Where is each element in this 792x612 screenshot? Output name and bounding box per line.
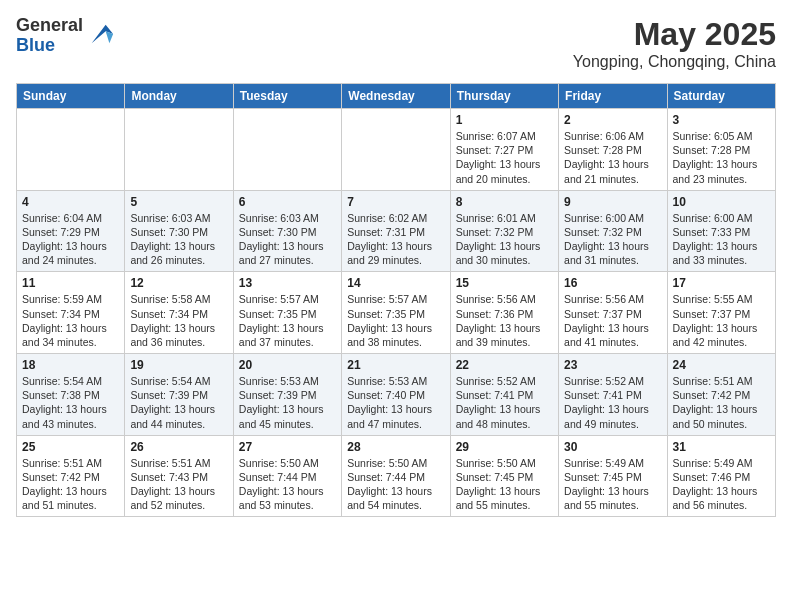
calendar-cell: 3Sunrise: 6:05 AM Sunset: 7:28 PM Daylig… <box>667 109 775 191</box>
day-info: Sunrise: 5:52 AM Sunset: 7:41 PM Dayligh… <box>564 374 661 431</box>
day-number: 28 <box>347 440 444 454</box>
header-thursday: Thursday <box>450 84 558 109</box>
calendar-cell: 9Sunrise: 6:00 AM Sunset: 7:32 PM Daylig… <box>559 190 667 272</box>
calendar-cell: 24Sunrise: 5:51 AM Sunset: 7:42 PM Dayli… <box>667 354 775 436</box>
calendar-cell <box>125 109 233 191</box>
day-info: Sunrise: 5:51 AM Sunset: 7:42 PM Dayligh… <box>673 374 770 431</box>
calendar-cell: 29Sunrise: 5:50 AM Sunset: 7:45 PM Dayli… <box>450 435 558 517</box>
logo-text: General Blue <box>16 16 83 56</box>
day-number: 30 <box>564 440 661 454</box>
calendar-cell: 8Sunrise: 6:01 AM Sunset: 7:32 PM Daylig… <box>450 190 558 272</box>
calendar-cell: 11Sunrise: 5:59 AM Sunset: 7:34 PM Dayli… <box>17 272 125 354</box>
day-info: Sunrise: 6:07 AM Sunset: 7:27 PM Dayligh… <box>456 129 553 186</box>
day-number: 19 <box>130 358 227 372</box>
calendar-cell: 5Sunrise: 6:03 AM Sunset: 7:30 PM Daylig… <box>125 190 233 272</box>
day-number: 5 <box>130 195 227 209</box>
calendar-cell <box>233 109 341 191</box>
calendar-cell: 22Sunrise: 5:52 AM Sunset: 7:41 PM Dayli… <box>450 354 558 436</box>
day-number: 18 <box>22 358 119 372</box>
day-info: Sunrise: 5:51 AM Sunset: 7:42 PM Dayligh… <box>22 456 119 513</box>
day-number: 8 <box>456 195 553 209</box>
header-tuesday: Tuesday <box>233 84 341 109</box>
calendar-cell: 15Sunrise: 5:56 AM Sunset: 7:36 PM Dayli… <box>450 272 558 354</box>
day-number: 16 <box>564 276 661 290</box>
day-number: 24 <box>673 358 770 372</box>
day-number: 29 <box>456 440 553 454</box>
day-number: 15 <box>456 276 553 290</box>
day-number: 10 <box>673 195 770 209</box>
day-number: 27 <box>239 440 336 454</box>
day-info: Sunrise: 6:05 AM Sunset: 7:28 PM Dayligh… <box>673 129 770 186</box>
day-info: Sunrise: 5:51 AM Sunset: 7:43 PM Dayligh… <box>130 456 227 513</box>
day-info: Sunrise: 5:50 AM Sunset: 7:44 PM Dayligh… <box>239 456 336 513</box>
calendar-cell: 2Sunrise: 6:06 AM Sunset: 7:28 PM Daylig… <box>559 109 667 191</box>
calendar-week-row: 25Sunrise: 5:51 AM Sunset: 7:42 PM Dayli… <box>17 435 776 517</box>
calendar-cell: 21Sunrise: 5:53 AM Sunset: 7:40 PM Dayli… <box>342 354 450 436</box>
day-number: 22 <box>456 358 553 372</box>
day-info: Sunrise: 5:53 AM Sunset: 7:39 PM Dayligh… <box>239 374 336 431</box>
day-info: Sunrise: 5:56 AM Sunset: 7:37 PM Dayligh… <box>564 292 661 349</box>
day-number: 4 <box>22 195 119 209</box>
calendar-cell: 30Sunrise: 5:49 AM Sunset: 7:45 PM Dayli… <box>559 435 667 517</box>
day-info: Sunrise: 5:55 AM Sunset: 7:37 PM Dayligh… <box>673 292 770 349</box>
calendar-week-row: 18Sunrise: 5:54 AM Sunset: 7:38 PM Dayli… <box>17 354 776 436</box>
calendar-cell: 4Sunrise: 6:04 AM Sunset: 7:29 PM Daylig… <box>17 190 125 272</box>
day-number: 31 <box>673 440 770 454</box>
day-info: Sunrise: 5:58 AM Sunset: 7:34 PM Dayligh… <box>130 292 227 349</box>
day-info: Sunrise: 6:00 AM Sunset: 7:33 PM Dayligh… <box>673 211 770 268</box>
day-info: Sunrise: 5:56 AM Sunset: 7:36 PM Dayligh… <box>456 292 553 349</box>
day-info: Sunrise: 5:50 AM Sunset: 7:44 PM Dayligh… <box>347 456 444 513</box>
logo-icon <box>87 20 115 48</box>
logo: General Blue <box>16 16 115 56</box>
day-number: 6 <box>239 195 336 209</box>
day-number: 1 <box>456 113 553 127</box>
calendar-cell: 10Sunrise: 6:00 AM Sunset: 7:33 PM Dayli… <box>667 190 775 272</box>
day-info: Sunrise: 5:59 AM Sunset: 7:34 PM Dayligh… <box>22 292 119 349</box>
calendar-header-row: SundayMondayTuesdayWednesdayThursdayFrid… <box>17 84 776 109</box>
calendar-cell <box>342 109 450 191</box>
day-info: Sunrise: 5:54 AM Sunset: 7:38 PM Dayligh… <box>22 374 119 431</box>
header-monday: Monday <box>125 84 233 109</box>
calendar-week-row: 11Sunrise: 5:59 AM Sunset: 7:34 PM Dayli… <box>17 272 776 354</box>
calendar-cell: 7Sunrise: 6:02 AM Sunset: 7:31 PM Daylig… <box>342 190 450 272</box>
day-number: 14 <box>347 276 444 290</box>
day-info: Sunrise: 5:57 AM Sunset: 7:35 PM Dayligh… <box>239 292 336 349</box>
page-header: General Blue May 2025 Yongping, Chongqin… <box>16 16 776 71</box>
header-friday: Friday <box>559 84 667 109</box>
calendar-cell: 14Sunrise: 5:57 AM Sunset: 7:35 PM Dayli… <box>342 272 450 354</box>
calendar-week-row: 4Sunrise: 6:04 AM Sunset: 7:29 PM Daylig… <box>17 190 776 272</box>
calendar-cell: 12Sunrise: 5:58 AM Sunset: 7:34 PM Dayli… <box>125 272 233 354</box>
day-number: 13 <box>239 276 336 290</box>
day-number: 7 <box>347 195 444 209</box>
day-info: Sunrise: 5:57 AM Sunset: 7:35 PM Dayligh… <box>347 292 444 349</box>
day-number: 3 <box>673 113 770 127</box>
day-info: Sunrise: 5:53 AM Sunset: 7:40 PM Dayligh… <box>347 374 444 431</box>
day-info: Sunrise: 6:01 AM Sunset: 7:32 PM Dayligh… <box>456 211 553 268</box>
day-number: 20 <box>239 358 336 372</box>
day-info: Sunrise: 6:06 AM Sunset: 7:28 PM Dayligh… <box>564 129 661 186</box>
header-sunday: Sunday <box>17 84 125 109</box>
day-info: Sunrise: 6:03 AM Sunset: 7:30 PM Dayligh… <box>239 211 336 268</box>
calendar-cell: 31Sunrise: 5:49 AM Sunset: 7:46 PM Dayli… <box>667 435 775 517</box>
calendar-cell: 25Sunrise: 5:51 AM Sunset: 7:42 PM Dayli… <box>17 435 125 517</box>
day-info: Sunrise: 6:02 AM Sunset: 7:31 PM Dayligh… <box>347 211 444 268</box>
calendar-cell: 17Sunrise: 5:55 AM Sunset: 7:37 PM Dayli… <box>667 272 775 354</box>
calendar-cell: 28Sunrise: 5:50 AM Sunset: 7:44 PM Dayli… <box>342 435 450 517</box>
day-number: 17 <box>673 276 770 290</box>
calendar-week-row: 1Sunrise: 6:07 AM Sunset: 7:27 PM Daylig… <box>17 109 776 191</box>
day-info: Sunrise: 6:00 AM Sunset: 7:32 PM Dayligh… <box>564 211 661 268</box>
day-number: 23 <box>564 358 661 372</box>
calendar-cell: 18Sunrise: 5:54 AM Sunset: 7:38 PM Dayli… <box>17 354 125 436</box>
calendar-cell: 20Sunrise: 5:53 AM Sunset: 7:39 PM Dayli… <box>233 354 341 436</box>
day-number: 9 <box>564 195 661 209</box>
day-info: Sunrise: 5:49 AM Sunset: 7:45 PM Dayligh… <box>564 456 661 513</box>
calendar-cell: 27Sunrise: 5:50 AM Sunset: 7:44 PM Dayli… <box>233 435 341 517</box>
day-info: Sunrise: 5:50 AM Sunset: 7:45 PM Dayligh… <box>456 456 553 513</box>
day-info: Sunrise: 5:54 AM Sunset: 7:39 PM Dayligh… <box>130 374 227 431</box>
calendar-cell: 26Sunrise: 5:51 AM Sunset: 7:43 PM Dayli… <box>125 435 233 517</box>
location-title: Yongping, Chongqing, China <box>573 53 776 71</box>
header-wednesday: Wednesday <box>342 84 450 109</box>
logo-general: General <box>16 16 83 36</box>
day-number: 21 <box>347 358 444 372</box>
calendar-cell: 6Sunrise: 6:03 AM Sunset: 7:30 PM Daylig… <box>233 190 341 272</box>
